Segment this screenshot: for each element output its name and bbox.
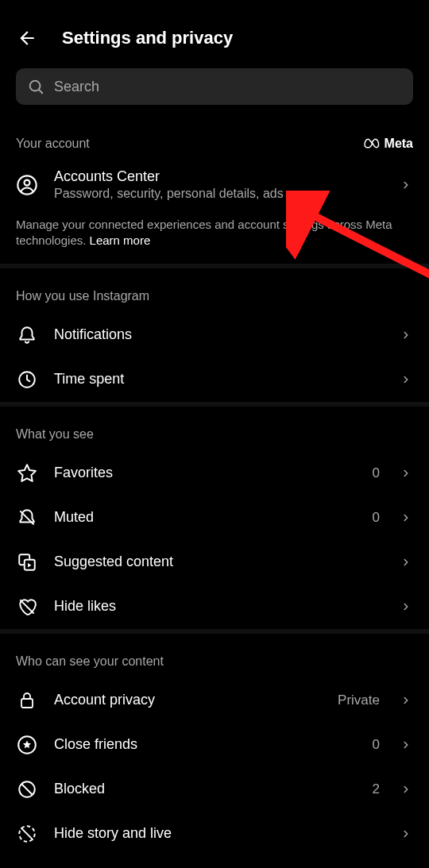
svg-line-8 <box>20 600 33 613</box>
lock-icon <box>16 689 38 712</box>
svg-line-14 <box>21 827 33 839</box>
chevron-right-icon <box>399 511 413 525</box>
notifications-row[interactable]: Notifications <box>0 303 429 357</box>
blocked-label: Blocked <box>54 781 357 797</box>
svg-line-1 <box>39 90 42 93</box>
back-button[interactable] <box>16 27 38 49</box>
who-can-see-label: Who can see your content <box>16 654 164 669</box>
account-privacy-row[interactable]: Account privacy Private <box>0 669 429 723</box>
person-circle-icon <box>16 174 38 196</box>
how-you-use-label: How you use Instagram <box>16 289 149 303</box>
chevron-right-icon <box>399 782 413 797</box>
how-you-use-header: How you use Instagram <box>0 268 429 303</box>
close-friends-label: Close friends <box>54 736 357 753</box>
page-title: Settings and privacy <box>62 28 233 48</box>
account-privacy-label: Account privacy <box>54 692 322 708</box>
arrow-left-icon <box>17 28 37 48</box>
chevron-right-icon <box>399 328 413 342</box>
meta-brand-text: Meta <box>385 137 413 151</box>
close-friends-row[interactable]: Close friends 0 <box>0 723 429 767</box>
svg-line-12 <box>22 784 33 794</box>
time-spent-label: Time spent <box>54 371 383 388</box>
chevron-right-icon <box>399 827 413 841</box>
blocked-row[interactable]: Blocked 2 <box>0 767 429 812</box>
chevron-right-icon <box>399 738 413 752</box>
what-you-see-header: What you see <box>0 407 429 442</box>
media-icon <box>16 551 38 573</box>
heart-off-icon <box>16 596 38 618</box>
chevron-right-icon <box>399 555 413 569</box>
search-input[interactable]: Search <box>16 68 413 105</box>
who-can-see-header: Who can see your content <box>0 634 429 669</box>
story-off-icon <box>16 823 38 845</box>
star-icon <box>16 462 38 484</box>
chevron-right-icon <box>399 372 413 387</box>
muted-count: 0 <box>373 510 380 526</box>
accounts-center-sub: Password, security, personal details, ad… <box>54 187 383 201</box>
account-description: Manage your connected experiences and ac… <box>0 212 429 264</box>
account-privacy-value: Private <box>338 692 380 708</box>
header-bar: Settings and privacy <box>0 0 429 64</box>
time-spent-row[interactable]: Time spent <box>0 357 429 402</box>
hide-likes-label: Hide likes <box>54 598 383 615</box>
hide-likes-row[interactable]: Hide likes <box>0 584 429 629</box>
muted-label: Muted <box>54 509 357 526</box>
your-account-label: Your account <box>16 137 90 151</box>
chevron-right-icon <box>399 466 413 480</box>
meta-icon <box>364 138 381 149</box>
notifications-label: Notifications <box>54 326 383 343</box>
search-icon <box>27 78 44 95</box>
bell-icon <box>16 324 38 346</box>
bell-off-icon <box>16 507 38 529</box>
muted-row[interactable]: Muted 0 <box>0 496 429 540</box>
account-desc-text: Manage your connected experiences and ac… <box>16 218 392 247</box>
hide-story-label: Hide story and live <box>54 825 383 842</box>
accounts-center-title: Accounts Center <box>54 168 383 185</box>
hide-story-row[interactable]: Hide story and live <box>0 812 429 856</box>
star-circle-icon <box>16 734 38 756</box>
favorites-row[interactable]: Favorites 0 <box>0 442 429 496</box>
suggested-content-label: Suggested content <box>54 554 383 570</box>
svg-rect-9 <box>21 699 33 708</box>
chevron-right-icon <box>399 693 413 708</box>
chevron-right-icon <box>399 178 413 192</box>
blocked-count: 2 <box>373 781 380 797</box>
clock-icon <box>16 368 38 391</box>
favorites-label: Favorites <box>54 465 357 481</box>
accounts-center-row[interactable]: Accounts Center Password, security, pers… <box>0 151 429 212</box>
your-account-header: Your account Meta <box>0 105 429 151</box>
favorites-count: 0 <box>373 465 380 481</box>
chevron-right-icon <box>399 600 413 614</box>
close-friends-count: 0 <box>373 737 380 753</box>
meta-logo: Meta <box>364 137 413 151</box>
block-icon <box>16 778 38 800</box>
suggested-content-row[interactable]: Suggested content <box>0 540 429 584</box>
what-you-see-label: What you see <box>16 427 94 442</box>
svg-point-3 <box>25 179 30 185</box>
learn-more-link[interactable]: Learn more <box>90 233 151 247</box>
search-placeholder: Search <box>54 79 99 95</box>
